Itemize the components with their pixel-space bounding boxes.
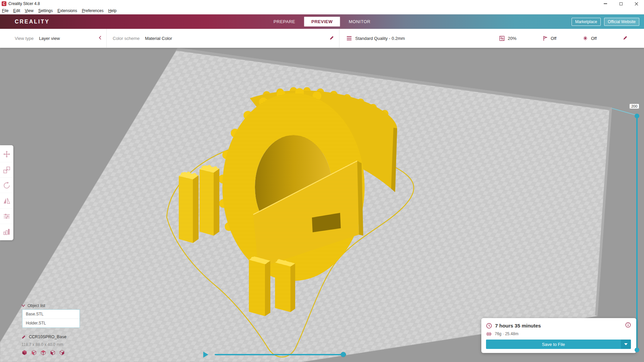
printer-name-row[interactable]: CCR10SPRO_Base — [21, 335, 66, 339]
mirror-icon — [3, 197, 10, 204]
adhesion-icon — [583, 36, 588, 41]
view-left-icon[interactable] — [50, 350, 56, 356]
window-title: Creality Slicer 4.8 — [8, 1, 40, 6]
layer-slider-top-handle[interactable] — [635, 114, 639, 118]
view-type-value: Layer view — [39, 36, 60, 41]
infill-setting[interactable]: 20% — [499, 36, 517, 41]
filament-icon — [486, 331, 491, 337]
support-blocker-button[interactable] — [0, 224, 13, 239]
layer-slider-bottom-handle[interactable] — [635, 348, 639, 352]
infill-value: 20% — [508, 36, 517, 41]
adhesion-setting[interactable]: Off — [583, 36, 597, 41]
view-type-label: View type — [15, 36, 34, 41]
model-dimensions: 118.7 x 88.0 x 40.0 mm — [21, 342, 63, 347]
print-info-button[interactable] — [625, 322, 631, 329]
tool-panel — [0, 145, 13, 240]
info-icon — [625, 322, 631, 328]
scene-canvas[interactable] — [0, 48, 644, 362]
support-blocker-icon — [3, 228, 10, 235]
support-icon — [543, 36, 548, 41]
per-model-settings-button[interactable] — [0, 208, 13, 224]
view-top-icon[interactable] — [40, 350, 46, 356]
object-list-item[interactable]: Base.STL — [22, 310, 79, 318]
pencil-icon — [21, 335, 26, 339]
close-button[interactable] — [629, 0, 644, 7]
collapse-panel-button[interactable] — [99, 36, 102, 41]
simulation-slider-handle[interactable] — [341, 352, 346, 357]
print-summary-card: 7 hours 35 minutes 76g · 25.48m Save to … — [481, 318, 636, 353]
object-list: Base.STL Holder.STL — [22, 309, 80, 328]
tab-monitor[interactable]: MONITOR — [341, 14, 378, 29]
layer-count-label: 200 — [629, 104, 639, 109]
minimize-button[interactable] — [598, 0, 613, 7]
official-website-button[interactable]: Official Website — [604, 18, 639, 26]
quality-value: Standard Quality - 0.2mm — [355, 36, 405, 41]
stage-tabs: PREPARE PREVIEW MONITOR — [266, 14, 378, 29]
quality-setting[interactable]: Standard Quality - 0.2mm — [346, 36, 405, 41]
support-setting[interactable]: Off — [543, 36, 556, 41]
maximize-button[interactable] — [613, 0, 629, 7]
viewport-3d[interactable]: Object list Base.STL Holder.STL CCR10SPR… — [0, 48, 644, 362]
header-bar: CREALITY PREPARE PREVIEW MONITOR Marketp… — [0, 14, 644, 29]
layer-range-connector-line — [612, 108, 636, 115]
adhesion-value: Off — [591, 36, 597, 41]
tab-prepare[interactable]: PREPARE — [266, 14, 303, 29]
minimize-icon — [604, 3, 607, 4]
color-scheme-panel[interactable]: Color scheme Material Color — [107, 29, 339, 48]
menu-help[interactable]: Help — [108, 8, 117, 13]
maximize-icon — [620, 2, 623, 5]
view-isometric-icon[interactable] — [21, 350, 28, 356]
edit-color-scheme-button[interactable] — [329, 35, 334, 41]
view-type-panel[interactable]: View type Layer view — [0, 29, 107, 48]
menu-settings[interactable]: Settings — [38, 8, 53, 13]
print-time: 7 hours 35 minutes — [495, 323, 541, 328]
chevron-down-icon — [624, 343, 628, 345]
menu-edit[interactable]: Edit — [13, 8, 20, 13]
play-simulation-button[interactable] — [203, 352, 208, 358]
mirror-tool-button[interactable] — [0, 193, 13, 208]
marketplace-button[interactable]: Marketplace — [572, 18, 601, 26]
menu-preferences[interactable]: Preferences — [82, 8, 104, 13]
pencil-icon — [623, 35, 628, 40]
object-list-item[interactable]: Holder.STL — [22, 318, 79, 327]
simulation-slider-track[interactable] — [215, 354, 346, 355]
color-scheme-value: Material Color — [145, 36, 172, 41]
layer-slider-track[interactable] — [636, 115, 638, 350]
close-icon — [635, 2, 638, 6]
object-list-label: Object list — [28, 303, 45, 308]
creality-logo: CREALITY — [15, 19, 50, 25]
pencil-icon — [329, 35, 334, 40]
print-settings-panel[interactable]: Standard Quality - 0.2mm 20% Off Off — [339, 29, 644, 48]
scale-tool-button[interactable] — [0, 162, 13, 177]
object-list-toggle[interactable]: Object list — [21, 303, 45, 308]
printer-name: CCR10SPRO_Base — [29, 335, 66, 339]
settings-bar: View type Layer view Color scheme Materi… — [0, 29, 644, 48]
scale-icon — [3, 166, 10, 174]
tab-preview[interactable]: PREVIEW — [304, 17, 340, 26]
rotate-tool-button[interactable] — [0, 177, 13, 193]
menu-view[interactable]: View — [25, 8, 34, 13]
titlebar: C Creality Slicer 4.8 — [0, 0, 644, 7]
color-scheme-label: Color scheme — [113, 36, 140, 41]
view-right-icon[interactable] — [59, 350, 65, 356]
move-tool-button[interactable] — [0, 146, 13, 162]
save-options-dropdown[interactable] — [621, 340, 631, 349]
layers-quality-icon — [346, 36, 352, 41]
material-usage: 76g · 25.48m — [495, 331, 519, 336]
rotate-icon — [3, 182, 10, 189]
chevron-left-icon — [99, 36, 102, 40]
menu-extensions[interactable]: Extensions — [57, 8, 77, 13]
camera-view-presets — [21, 350, 65, 356]
app-window: C Creality Slicer 4.8 File Edit View Set… — [0, 0, 644, 362]
support-value: Off — [551, 36, 556, 41]
view-front-icon[interactable] — [31, 350, 37, 356]
infill-icon — [499, 36, 505, 41]
clock-icon — [486, 323, 492, 329]
save-to-file-button[interactable]: Save to File — [486, 340, 621, 349]
menu-bar: File Edit View Settings Extensions Prefe… — [0, 7, 644, 14]
app-logo-icon: C — [2, 1, 6, 6]
menu-file[interactable]: File — [2, 8, 8, 13]
edit-print-settings-button[interactable] — [623, 35, 628, 41]
move-icon — [3, 150, 10, 158]
per-model-settings-icon — [3, 213, 10, 220]
